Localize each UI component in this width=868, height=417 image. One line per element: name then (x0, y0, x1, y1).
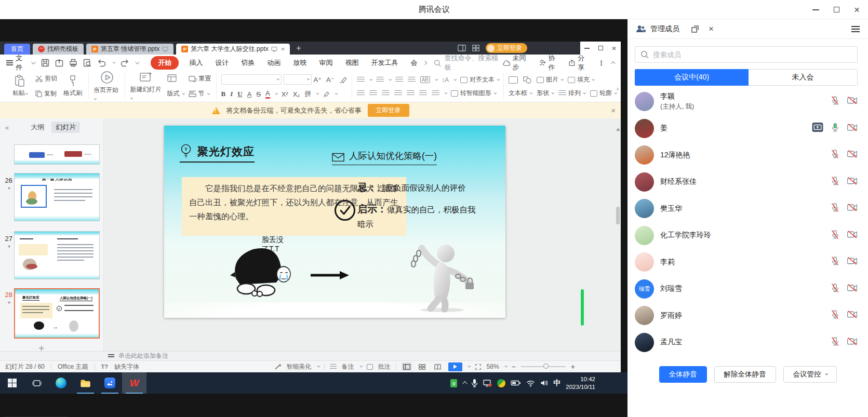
member-row[interactable]: 李莉 (627, 249, 868, 276)
wps-close-icon[interactable]: × (612, 44, 617, 52)
char-spacing-icon[interactable]: A̲ (247, 90, 252, 98)
new-tab-icon[interactable]: + (296, 44, 301, 55)
shapes-button[interactable]: 形状 (537, 89, 553, 98)
notification-close-icon[interactable]: × (611, 106, 616, 115)
tab-docer[interactable]: 找稻壳模板 (33, 44, 84, 55)
zoom-out-icon[interactable]: − (512, 362, 516, 371)
volume-icon[interactable] (540, 380, 548, 386)
camera-off-icon[interactable] (847, 283, 858, 295)
unmute-all-button[interactable]: 解除全体静音 (714, 366, 776, 383)
sync-status[interactable]: 未同步 (502, 53, 531, 72)
tray-expand-icon[interactable] (462, 381, 468, 386)
member-row[interactable]: 财经系张佳 (627, 169, 868, 196)
panel-menu-icon[interactable] (851, 26, 860, 32)
ribbon-tab-开发工具[interactable]: 开发工具 (371, 58, 398, 68)
zoom-level[interactable]: 58% (487, 363, 499, 370)
numbered-list-icon[interactable] (376, 77, 384, 83)
slide-ji-line[interactable]: 忌：过度负面假设别人的评价 (357, 181, 466, 194)
mic-muted-icon[interactable] (830, 96, 840, 107)
mic-muted-icon[interactable] (830, 203, 840, 214)
grid-view-icon[interactable] (472, 45, 479, 51)
slide-qishi-line[interactable]: 启示：做真实的自己，积极自我暗示 (357, 202, 476, 232)
slide-28[interactable]: 聚光灯效应 人际认知优化策略(一) 它是指我们总是在不经意把自己的问题无限放大，… (164, 126, 505, 318)
taskbar-edge[interactable] (49, 372, 73, 394)
mute-all-button[interactable]: 全体静音 (659, 366, 707, 383)
meeting-control-button[interactable]: 会议管控 (783, 366, 837, 383)
screen-share-tray-icon[interactable] (483, 379, 492, 387)
increase-indent-icon[interactable] (408, 77, 416, 83)
row-spacing-icon[interactable] (419, 90, 427, 96)
notes-toggle-button[interactable]: 备注 (342, 362, 354, 371)
antivirus-tray-icon[interactable] (497, 379, 505, 387)
highlight-icon[interactable] (323, 91, 330, 98)
split-view-icon[interactable] (458, 45, 466, 51)
taskbar-clock[interactable]: 10:42 2023/10/11 (566, 375, 595, 391)
share-button[interactable]: 分享 (568, 53, 590, 72)
ribbon-tab-插入[interactable]: 插入 (189, 58, 203, 68)
member-row[interactable]: 罗雨婷 (627, 302, 868, 329)
subscript-button[interactable]: X₂ (293, 90, 300, 98)
login-button[interactable]: 立即登录 (486, 43, 527, 53)
ribbon-tab-会[interactable]: 会 (410, 58, 417, 68)
scrollbar-up-icon[interactable] (616, 128, 620, 131)
section-button[interactable]: 节 (189, 89, 211, 98)
member-row[interactable]: 李颖(主持人, 我) (627, 88, 868, 115)
collapse-panel-icon[interactable]: « (5, 124, 9, 131)
mic-muted-icon[interactable] (830, 149, 840, 161)
camera-off-icon[interactable] (847, 176, 858, 188)
line-spacing-icon[interactable]: ↕A (442, 76, 449, 84)
decrease-indent-icon[interactable] (395, 77, 403, 83)
mic-muted-icon[interactable] (830, 256, 840, 268)
slide-title-right[interactable]: 人际认知优化策略(一) (332, 150, 437, 165)
mic-muted-icon[interactable] (830, 310, 840, 321)
text-direction-icon[interactable]: AB (420, 76, 430, 83)
camera-off-icon[interactable] (847, 203, 858, 214)
taskbar-file-explorer[interactable] (73, 372, 98, 394)
comments-button[interactable]: 批注 (378, 362, 391, 371)
close-tab-icon[interactable]: × (281, 45, 285, 53)
align-left-icon[interactable] (357, 90, 365, 96)
outline-button[interactable]: 轮廓 (590, 89, 616, 98)
slide-canvas[interactable]: 聚光灯效应 人际认知优化策略(一) 它是指我们总是在不经意把自己的问题无限放大，… (104, 118, 621, 351)
italic-button[interactable]: I (230, 90, 233, 98)
to-smartart-button[interactable]: 转智能图形 (451, 89, 496, 98)
slide-sorter-view-button[interactable] (417, 362, 428, 371)
align-text-button[interactable]: 对齐文本 (460, 75, 499, 84)
tab-doc1[interactable]: P 第五章 情绪管理.pptx (86, 44, 173, 55)
ribbon-tab-开始[interactable]: 开始 (151, 56, 179, 70)
popout-icon[interactable] (691, 25, 699, 33)
column-spacing-icon[interactable] (432, 90, 439, 96)
slide-title-left[interactable]: 聚光灯效应 (180, 143, 255, 163)
maximize-icon[interactable] (834, 7, 839, 12)
save-icon[interactable] (41, 59, 49, 67)
distribute-icon[interactable] (407, 90, 415, 96)
tab-outline[interactable]: 大纲 (31, 123, 44, 132)
ribbon-tab-放映[interactable]: 放映 (293, 58, 306, 68)
bullet-list-icon[interactable] (357, 77, 365, 83)
member-row[interactable]: 孟凡宝 (627, 329, 868, 356)
member-row[interactable]: 12薄艳艳 (627, 142, 868, 169)
wps-minimize-icon[interactable] (584, 48, 590, 49)
fit-window-icon[interactable] (475, 364, 482, 370)
command-search[interactable]: 查找命令、搜索模板 (434, 53, 502, 72)
microphone-tray-icon[interactable] (471, 379, 478, 387)
tab-in-meeting[interactable]: 会议中(40) (635, 69, 749, 86)
member-row[interactable]: 瑞雪刘瑞雪 (627, 276, 868, 303)
paste-button[interactable]: 粘贴 (9, 75, 31, 98)
clear-format-icon[interactable] (339, 76, 347, 83)
cut-button[interactable]: 剪切 (35, 74, 57, 83)
play-from-current-button[interactable]: 当页开始 (94, 71, 120, 102)
increase-font-icon[interactable]: A⁺ (314, 76, 322, 84)
theme-label[interactable]: Office 主题 (58, 362, 88, 371)
tab-home[interactable]: 首页 (4, 44, 30, 55)
print-preview-icon[interactable] (83, 59, 91, 67)
ime-indicator[interactable]: 中 (553, 379, 560, 388)
ribbon-tab-设计[interactable]: 设计 (215, 58, 229, 68)
ribbon-tab-切换[interactable]: 切换 (241, 58, 255, 68)
slide-thumbnail-28-selected[interactable]: 聚光灯效应 人际认知优化策略(一) ✓ → (14, 288, 100, 339)
superscript-button[interactable]: X² (282, 90, 288, 98)
camera-off-icon[interactable] (847, 256, 858, 268)
ribbon-tab-审阅[interactable]: 审阅 (319, 58, 332, 68)
member-row[interactable]: 樊玉华 (627, 195, 868, 222)
zoom-in-icon[interactable]: + (571, 362, 575, 371)
